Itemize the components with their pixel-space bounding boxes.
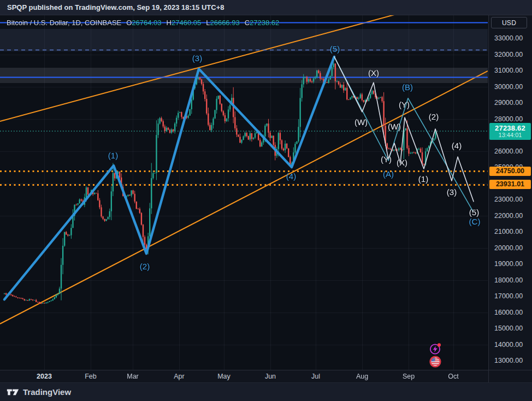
price-axis-label: 30000.00 xyxy=(494,83,523,91)
ohlc-open-value: 26764.03 xyxy=(132,19,161,27)
price-axis-label: 21000.00 xyxy=(494,228,523,235)
boost-flash-icon[interactable] xyxy=(429,342,442,355)
alert-price-badge[interactable]: 23931.01 xyxy=(489,180,531,189)
price-axis-label: 32000.00 xyxy=(494,51,523,58)
time-axis-label: Aug xyxy=(356,373,368,380)
wave-label: (1) xyxy=(418,174,428,184)
publish-info-text: SPQP published on TradingView.com, Sep 1… xyxy=(7,3,224,11)
time-axis-label: May xyxy=(217,373,230,380)
time-axis-label: Apr xyxy=(174,373,184,380)
wave-label: (W) xyxy=(388,122,401,131)
bar-countdown: 13:44:01 xyxy=(489,132,531,138)
current-price-value: 27238.62 xyxy=(489,124,531,132)
price-axis-label: 26000.00 xyxy=(494,148,523,155)
current-price-badge: 27238.62 13:44:01 xyxy=(489,123,531,140)
tradingview-logo-icon[interactable] xyxy=(7,387,19,397)
price-axis[interactable]: USD 33000.0032000.0031000.0030000.002900… xyxy=(488,15,532,370)
us-flag-event-icon[interactable] xyxy=(429,355,442,368)
wave-label: (A) xyxy=(383,169,394,179)
wave-label: (3) xyxy=(192,54,202,63)
wave-label: (1) xyxy=(108,151,118,160)
price-axis-label: 17000.00 xyxy=(494,292,523,300)
symbol-legend[interactable]: Bitcoin / U.S. Dollar, 1D, COINBASEO2676… xyxy=(7,19,279,27)
wave-label: (Y) xyxy=(381,155,392,164)
axis-corner-divider xyxy=(488,370,489,382)
price-axis-label: 18000.00 xyxy=(494,276,523,284)
wave-label: (X) xyxy=(397,158,407,167)
symbol-title: Bitcoin / U.S. Dollar, 1D, COINBASE xyxy=(7,19,121,27)
time-axis-label: Sep xyxy=(403,373,415,380)
wave-label: (4) xyxy=(452,141,462,150)
time-axis-label: Mar xyxy=(127,373,139,380)
ohlc-open-label: O xyxy=(126,19,132,27)
price-axis-label: 19000.00 xyxy=(494,260,523,268)
alert-price-badge[interactable]: 24750.00 xyxy=(489,167,531,176)
price-axis-label: 16000.00 xyxy=(494,309,523,316)
currency-toggle-label: USD xyxy=(502,19,516,27)
ohlc-close-value: 27238.62 xyxy=(250,19,279,27)
wave-label: (4) xyxy=(286,172,296,181)
ohlc-low-value: 26666.93 xyxy=(210,19,239,27)
price-axis-label: 29000.00 xyxy=(494,99,523,107)
ohlc-high-value: 27460.05 xyxy=(172,19,201,27)
price-axis-label: 31000.00 xyxy=(494,67,523,74)
price-axis-label: 28000.00 xyxy=(494,115,523,123)
wave-label: (3) xyxy=(447,187,457,197)
footer-brand-text[interactable]: TradingView xyxy=(23,387,71,397)
alert-price-value: 24750.00 xyxy=(496,167,524,175)
wave-label: (X) xyxy=(368,68,379,78)
time-axis[interactable]: 2023FebMarAprMayJunJulAugSepOct xyxy=(0,370,532,382)
time-axis-label: Jun xyxy=(265,373,276,380)
wave-label: (5) xyxy=(330,44,340,54)
wave-label: (C) xyxy=(469,217,481,226)
wave-label: (5) xyxy=(469,208,479,217)
price-axis-label: 15000.00 xyxy=(494,325,523,332)
price-axis-label: 23000.00 xyxy=(494,196,523,203)
alert-price-value: 23931.01 xyxy=(496,180,524,188)
time-axis-label: Feb xyxy=(85,373,97,380)
price-axis-label: 13000.00 xyxy=(494,357,523,364)
chart-marker-stack xyxy=(429,342,442,368)
wave-label: (W) xyxy=(354,117,368,127)
currency-toggle-button[interactable]: USD xyxy=(491,17,527,28)
footer-bar: TradingView xyxy=(0,382,532,401)
chart-canvas[interactable] xyxy=(0,15,488,370)
time-axis-label: Oct xyxy=(448,373,458,380)
wave-label: (2) xyxy=(429,112,439,121)
price-axis-label: 14000.00 xyxy=(494,341,523,349)
ohlc-high-label: H xyxy=(167,19,172,27)
publish-info-bar: SPQP published on TradingView.com, Sep 1… xyxy=(0,0,532,15)
tradingview-published-chart: SPQP published on TradingView.com, Sep 1… xyxy=(0,0,532,401)
time-axis-label: 2023 xyxy=(37,373,52,380)
time-axis-label: Jul xyxy=(311,373,320,380)
price-axis-label: 33000.00 xyxy=(494,34,523,42)
price-axis-label: 22000.00 xyxy=(494,212,523,220)
ohlc-close-label: C xyxy=(245,19,250,27)
wave-label: (2) xyxy=(140,262,150,271)
wave-label: (Y) xyxy=(399,100,410,109)
wave-label: (B) xyxy=(402,82,413,92)
price-axis-label: 20000.00 xyxy=(494,244,523,252)
